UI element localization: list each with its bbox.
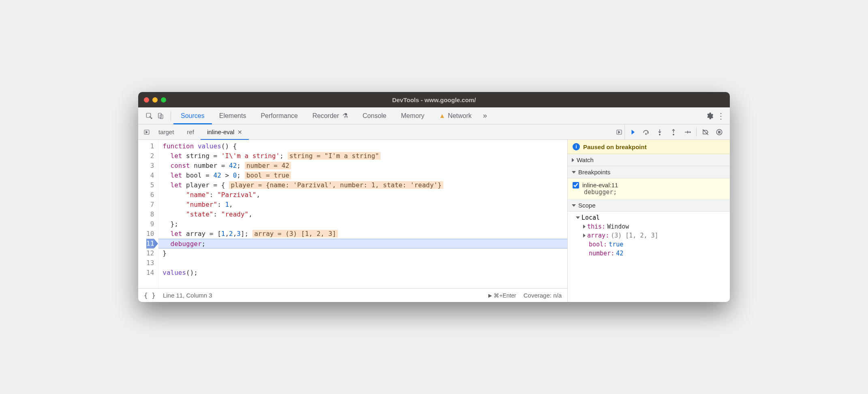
subtab-ref[interactable]: ref [180,124,201,140]
code-line-1[interactable]: function values() { [158,141,567,151]
inline-value: player = {name: 'Parzival', number: 1, s… [229,181,443,189]
experimental-icon: ⚗ [342,112,348,120]
devtools-window: DevTools - www.google.com/ SourcesElemen… [138,92,730,302]
svg-point-9 [716,129,722,135]
scope-section-header[interactable]: Scope [568,199,730,212]
tab-recorder[interactable]: Recorder ⚗ [305,107,355,124]
deactivate-breakpoints-icon[interactable] [701,127,710,137]
inline-value: bool = true [245,171,291,179]
step-out-icon[interactable] [669,127,678,137]
code-line-4[interactable]: let bool = 42 > 0;bool = true [158,171,567,180]
subtab-inline-eval[interactable]: inline-eval✕ [201,124,249,140]
code-line-12[interactable]: } [158,248,567,258]
inline-value: number = 42 [245,162,291,169]
tab-elements[interactable]: Elements [212,107,254,124]
debugger-controls [624,124,727,140]
breakpoint-label: inline-eval:11 [582,182,618,188]
inline-value: string = "I'm a string" [288,152,381,160]
code-line-5[interactable]: let player = {player = {name: 'Parzival'… [158,180,567,190]
line-gutter[interactable]: 1234567891011121314 [138,140,158,288]
more-menu-icon[interactable]: ⋮ [715,111,727,121]
svg-rect-11 [720,131,720,133]
code-line-9[interactable]: }; [158,219,567,229]
code-line-6[interactable]: "name": "Parzival", [158,190,567,200]
caret-right-icon [583,225,586,229]
pretty-print-icon[interactable]: { } [144,291,156,299]
caret-down-icon [572,204,576,207]
run-snippet-hint[interactable]: ▶⌘+Enter [488,292,516,299]
scope-local-header[interactable]: Local [571,213,727,222]
tab-performance[interactable]: Performance [253,107,305,124]
overflow-tabs-icon[interactable]: » [479,111,491,120]
scope-var-number[interactable]: number: 42 [571,249,727,258]
svg-point-8 [689,131,691,133]
code-line-2[interactable]: let string = 'I\'m a string';string = "I… [158,151,567,161]
step-over-icon[interactable] [641,127,651,137]
tab-console[interactable]: Console [355,107,394,124]
tab-memory[interactable]: Memory [394,107,432,124]
svg-rect-1 [158,113,162,118]
pause-message: Paused on breakpoint [583,143,647,150]
caret-down-icon [572,171,576,173]
resume-icon[interactable] [627,127,637,137]
code-editor[interactable]: 1234567891011121314 function values() { … [138,140,568,302]
navigator-toggle-icon[interactable] [141,127,152,137]
scope-body: Local this: Windowarray: (3) [1, 2, 3]bo… [568,212,730,261]
watch-section-header[interactable]: Watch [568,154,730,166]
code-line-3[interactable]: const number = 42;number = 42 [158,161,567,171]
main-content: 1234567891011121314 function values() { … [138,140,730,302]
step-icon[interactable] [682,127,692,137]
main-tabstrip: SourcesElementsPerformanceRecorder ⚗Cons… [138,107,730,124]
code-line-13[interactable] [158,258,567,268]
code-line-10[interactable]: let array = [1,2,3];array = (3) [1, 2, 3… [158,229,567,239]
debugger-panel: i Paused on breakpoint Watch Breakpoints… [568,140,730,302]
caret-down-icon [576,216,580,219]
titlebar: DevTools - www.google.com/ [138,92,730,107]
svg-point-7 [673,134,674,135]
tab-network[interactable]: ▲Network [432,107,479,124]
sources-subbar: targetrefinline-eval✕ [138,124,730,140]
subtab-target[interactable]: target [152,124,180,140]
breakpoints-section-header[interactable]: Breakpoints [568,166,730,178]
caret-right-icon [583,233,586,238]
device-toggle-icon[interactable] [156,111,165,120]
divider [171,111,171,121]
window-title: DevTools - www.google.com/ [138,96,730,103]
inspect-icon[interactable] [145,111,154,120]
breakpoint-preview: debugger; [573,188,725,196]
pause-banner: i Paused on breakpoint [568,140,730,154]
svg-point-5 [646,133,647,135]
snippets-run-icon[interactable] [614,127,624,137]
code-line-14[interactable]: values(); [158,268,567,278]
coverage-status: Coverage: n/a [524,292,562,299]
code-lines[interactable]: function values() { let string = 'I\'m a… [158,140,567,288]
cursor-position: Line 11, Column 3 [163,292,212,299]
pause-exceptions-icon[interactable] [714,127,724,137]
scope-var-bool[interactable]: bool: true [571,240,727,249]
step-into-icon[interactable] [655,127,665,137]
editor-statusbar: { } Line 11, Column 3 ▶⌘+Enter Coverage:… [138,288,567,302]
scope-var-this[interactable]: this: Window [571,222,727,231]
info-icon: i [573,143,580,150]
breakpoint-checkbox[interactable] [573,182,579,188]
inline-value: array = (3) [1, 2, 3] [252,230,338,238]
svg-point-6 [659,134,661,135]
breakpoint-item[interactable]: inline-eval:11debugger; [568,178,730,199]
close-tab-icon[interactable]: ✕ [237,129,242,135]
code-area[interactable]: 1234567891011121314 function values() { … [138,140,567,288]
tab-sources[interactable]: Sources [173,107,212,124]
code-line-8[interactable]: "state": "ready", [158,210,567,219]
caret-right-icon [572,158,574,162]
scope-var-array[interactable]: array: (3) [1, 2, 3] [571,231,727,240]
warning-icon: ▲ [439,112,445,120]
code-line-11[interactable]: debugger; [158,239,567,248]
settings-gear-icon[interactable] [704,112,715,120]
code-line-7[interactable]: "number": 1, [158,200,567,210]
svg-rect-10 [718,131,719,133]
